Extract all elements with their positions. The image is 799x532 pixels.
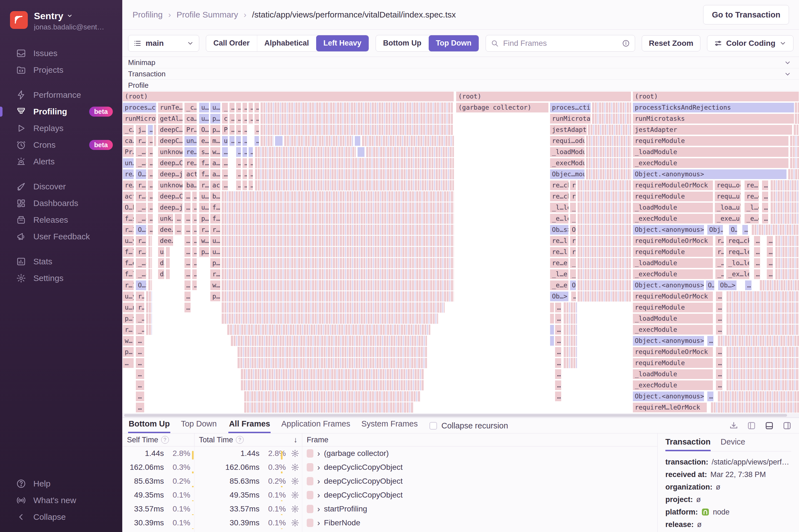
flame-frame[interactable]: re…l [550, 236, 569, 246]
flame-frame[interactable] [362, 136, 454, 146]
flame-frame[interactable] [148, 280, 152, 290]
chevron-down-icon[interactable] [784, 71, 791, 80]
flame-frame[interactable]: p…e [210, 125, 221, 135]
flame-frame[interactable]: u…y [199, 191, 209, 202]
flame-frame[interactable]: … [766, 269, 773, 279]
flame-frame[interactable]: … [135, 380, 145, 391]
flame-frame[interactable]: O…> [135, 225, 146, 235]
flame-frame[interactable]: Object.<anonymous> [633, 336, 704, 346]
flame-frame[interactable]: _…e [135, 213, 146, 224]
flame-frame[interactable]: _… [135, 314, 145, 324]
flame-frame[interactable]: … [192, 269, 197, 279]
flame-frame[interactable]: … [762, 213, 768, 224]
flame-frame[interactable] [550, 314, 554, 324]
flame-frame[interactable] [771, 191, 799, 202]
flame-frame[interactable]: … [242, 147, 247, 157]
flame-frame[interactable] [241, 369, 423, 379]
flame-frame[interactable]: runMicrotasks [123, 114, 156, 124]
flame-frame[interactable] [222, 314, 438, 324]
flame-frame[interactable]: … [236, 102, 241, 113]
flame-frame[interactable]: … [222, 180, 228, 190]
flame-frame[interactable]: f…l [123, 269, 134, 279]
flame-frame[interactable]: (root) [456, 91, 631, 102]
self-time-header[interactable]: Self Time? [123, 433, 194, 446]
flame-frame[interactable] [261, 136, 273, 146]
flame-frame[interactable] [578, 225, 631, 235]
flame-frame[interactable]: d… [158, 258, 165, 268]
flame-frame[interactable] [578, 213, 631, 224]
flame-frame[interactable]: re…r [123, 180, 134, 190]
flame-frame[interactable]: requireModuleOrMock [633, 236, 713, 246]
flame-frame[interactable]: _ex…le [726, 269, 749, 279]
flame-frame[interactable]: p…n [210, 114, 221, 124]
flame-frame[interactable]: … [184, 191, 191, 202]
flame-frame[interactable]: … [236, 169, 241, 179]
flame-frame[interactable] [726, 291, 799, 302]
flame-frame[interactable]: _… [135, 325, 145, 335]
tab-all-frames[interactable]: All Frames [228, 419, 271, 433]
flame-frame[interactable]: r… [210, 269, 221, 279]
flame-frame[interactable] [795, 114, 799, 124]
total-time-header[interactable]: Total Time? ↓ [194, 433, 302, 446]
flame-frame[interactable] [718, 336, 799, 346]
flame-frame[interactable]: … [192, 203, 197, 213]
flame-frame[interactable]: … [229, 114, 235, 124]
flame-frame[interactable]: f…s [123, 213, 134, 224]
flame-frame[interactable]: jestAdapter [550, 125, 587, 135]
flame-frame[interactable]: m…d [210, 136, 221, 146]
table-row[interactable]: 85.63ms0.2%85.63ms0.2%›deepCyclicCopyObj… [123, 474, 657, 488]
breadcrumb-item[interactable]: Profiling [132, 10, 163, 19]
flame-frame[interactable]: act [210, 180, 221, 190]
flame-frame[interactable]: … [716, 347, 722, 357]
flame-frame[interactable]: w… [123, 336, 134, 346]
frame-header[interactable]: Frame [302, 433, 657, 446]
flame-frame[interactable] [775, 236, 799, 246]
flame-frame[interactable] [148, 236, 152, 246]
flame-frame[interactable]: unknown [158, 147, 183, 157]
table-row[interactable]: 1.44s2.8%1.44s2.8%›(garbage collector) [123, 446, 657, 460]
flame-frame[interactable]: … [135, 358, 145, 368]
flame-frame[interactable] [366, 147, 454, 157]
flame-frame[interactable] [578, 269, 631, 279]
flame-frame[interactable]: re…k [744, 180, 759, 190]
flame-frame[interactable]: … [174, 213, 182, 224]
flame-frame[interactable]: p… [123, 347, 134, 357]
strip-transaction[interactable]: Transaction [123, 68, 799, 80]
flame-frame[interactable]: … [754, 236, 760, 246]
flame-frame[interactable]: r… [570, 236, 576, 246]
flame-frame[interactable] [354, 136, 360, 146]
flame-frame[interactable] [154, 125, 157, 135]
flame-frame[interactable] [222, 225, 454, 235]
flame-frame[interactable] [238, 347, 427, 357]
flame-frame[interactable]: proces…ctions [123, 102, 156, 113]
table-row[interactable]: 49.35ms0.1%49.35ms0.1%›deepCyclicCopyObj… [123, 488, 657, 502]
flame-frame[interactable] [788, 169, 799, 179]
flame-frame[interactable]: _loa…ule [714, 203, 741, 213]
flame-frame[interactable] [578, 247, 631, 257]
sidebar-item-projects[interactable]: Projects [0, 62, 122, 78]
strip-minimap[interactable]: Minimap [123, 57, 799, 68]
flame-frame[interactable]: requireM…leOrMock [633, 402, 707, 413]
flame-frame[interactable]: runMicrotasks [550, 114, 591, 124]
flame-frame[interactable] [794, 125, 799, 135]
flame-frame[interactable]: f…e [210, 203, 221, 213]
flame-frame[interactable]: Object.<anonymous> [633, 225, 704, 235]
flame-frame[interactable]: … [148, 158, 153, 168]
flame-frame[interactable]: requireModule [633, 302, 713, 312]
flame-frame[interactable]: deep…ject [158, 169, 183, 179]
flame-frame[interactable] [564, 336, 577, 346]
flame-frame[interactable]: … [716, 291, 722, 302]
flame-frame[interactable] [146, 314, 152, 324]
flame-frame[interactable]: p… [210, 291, 221, 302]
sidebar-item-issues[interactable]: Issues [0, 45, 122, 62]
flame-frame[interactable] [550, 302, 554, 312]
sidebar-item-dashboards[interactable]: Dashboards [0, 195, 122, 212]
flame-frame[interactable]: … [555, 380, 561, 391]
flame-frame[interactable] [790, 158, 799, 168]
flame-frame[interactable]: … [184, 258, 191, 268]
flame-frame[interactable] [275, 136, 283, 146]
flame-frame[interactable]: Object.<anonymous> [633, 169, 787, 179]
flame-frame[interactable]: _e…e [744, 213, 759, 224]
reset-zoom-button[interactable]: Reset Zoom [642, 35, 700, 51]
flame-frame[interactable] [148, 258, 152, 268]
